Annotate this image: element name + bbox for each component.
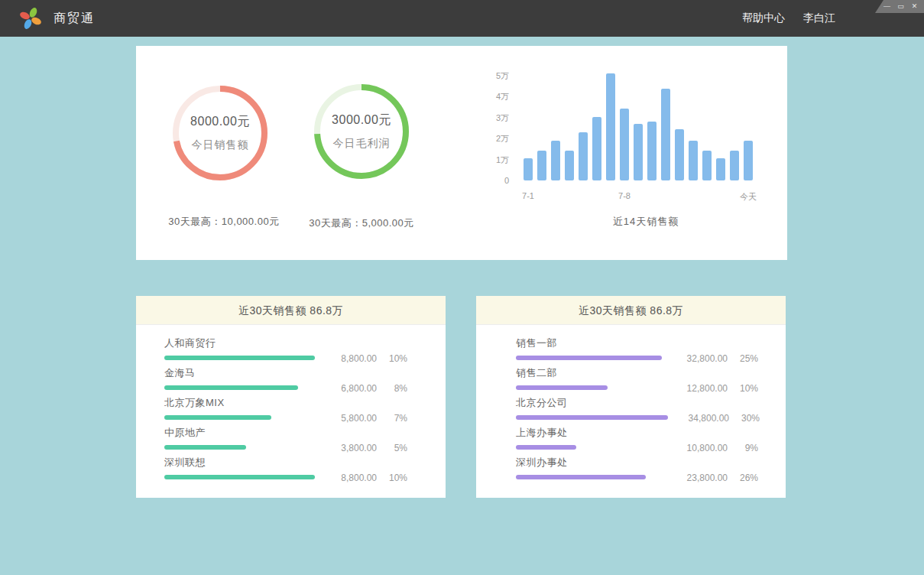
customer-rank-card: 近30天销售额 86.8万 人和商贸行8,800.0010%金海马6,800.0… [136,296,446,498]
chart-bar [592,117,601,180]
rank-row-bar [164,445,246,450]
rank-row-percent: 9% [728,443,758,453]
rank-row-bar [516,415,668,420]
rank-row: 深圳联想8,800.0010% [164,456,407,486]
rank-row: 北京万象MIX5,800.007% [164,396,407,426]
y-axis-tick: 4万 [472,91,509,102]
rank-row-label: 深圳办事处 [516,456,646,469]
chart-bar [730,151,739,180]
rank-row-value: 34,800.00 [668,413,729,424]
rank-row-percent: 30% [729,413,760,424]
rank-row: 上海办事处10,800.009% [516,426,758,456]
chart-bar [565,151,574,180]
y-axis-tick: 1万 [472,154,509,165]
chart-bar [524,158,533,180]
rank-row-value: 5,800.00 [316,413,377,424]
rank-row: 中原地产3,800.005% [164,426,407,456]
rank-row: 销售二部12,800.0010% [516,366,758,396]
titlebar: 商贸通 帮助中心 李白江 — ▭ ✕ [0,0,924,37]
bar-chart-title: 近14天销售额 [524,215,768,229]
rank-row-label: 上海办事处 [516,426,576,440]
pinwheel-logo-icon [18,6,43,31]
titlebar-right: 帮助中心 李白江 [742,0,835,37]
today-profit-label: 今日毛利润 [333,137,391,151]
rank-row-label: 销售一部 [516,336,662,350]
bar-chart-y-axis: 5万4万3万2万1万0 [472,46,509,199]
help-center-link[interactable]: 帮助中心 [742,11,785,25]
x-axis-label: 7-8 [618,191,631,200]
y-axis-tick: 3万 [472,112,509,123]
rank-row-percent: 26% [728,473,758,483]
rank-row: 销售一部32,800.0025% [516,336,758,366]
rank-row-bar [516,356,662,360]
sales-30day-max: 30天最高：10,000.00元 [144,215,304,229]
chart-bar [606,73,615,180]
chart-bar [634,124,643,180]
rank-row-percent: 25% [728,353,758,364]
maximize-button[interactable]: ▭ [896,3,905,10]
rank-row-bar [516,445,576,450]
rank-row-value: 12,800.00 [666,383,728,394]
chart-bar [675,129,684,180]
rank-row-value: 32,800.00 [666,353,728,364]
customer-rank-title: 近30天销售额 86.8万 [136,296,446,325]
chart-bar [647,122,657,180]
rank-row: 深圳办事处23,800.0026% [516,456,758,486]
chart-bar [689,141,698,180]
rank-row-value: 23,800.00 [666,473,728,483]
rank-row-label: 深圳联想 [164,456,315,469]
rank-row-bar [516,475,646,479]
department-rank-title: 近30天销售额 86.8万 [476,296,786,325]
department-rank-card: 近30天销售额 86.8万 销售一部32,800.0025%销售二部12,800… [476,296,786,498]
rank-row-value: 8,800.00 [316,353,377,364]
overview-card: 8000.00元 今日销售额 30天最高：10,000.00元 3000.00元… [136,46,787,260]
rank-row: 北京分公司34,800.0030% [516,396,758,426]
y-axis-tick: 2万 [472,133,509,144]
app-title: 商贸通 [53,11,95,27]
x-axis-label: 7-1 [522,191,534,200]
chart-bar [661,89,670,180]
rank-row-value: 3,800.00 [316,443,377,453]
rank-row-percent: 7% [377,413,407,424]
today-profit-value: 3000.00元 [332,112,391,128]
rank-row: 人和商贸行8,800.0010% [164,336,407,366]
rank-row-value: 8,800.00 [316,473,377,483]
rank-row-percent: 8% [377,383,407,394]
department-rank-rows: 销售一部32,800.0025%销售二部12,800.0010%北京分公司34,… [476,325,786,486]
rank-row-label: 销售二部 [516,366,608,380]
today-sales-gauge: 8000.00元 今日销售额 [170,83,271,184]
customer-rank-rows: 人和商贸行8,800.0010%金海马6,800.008%北京万象MIX5,80… [136,325,446,486]
username-menu[interactable]: 李白江 [803,11,835,25]
rank-row-value: 10,800.00 [666,443,728,453]
chart-bar [537,151,546,180]
y-axis-tick: 5万 [472,70,509,81]
x-axis-label: 今天 [740,191,757,203]
rank-row-bar [164,415,271,420]
rank-row-percent: 5% [377,443,407,453]
profit-30day-max: 30天最高：5,000.00元 [281,216,442,230]
chart-bar [716,158,725,180]
close-button[interactable]: ✕ [910,3,919,10]
rank-row-label: 金海马 [164,366,298,380]
rank-row-percent: 10% [377,473,407,483]
bar-chart-plot [524,66,753,180]
rank-row-label: 北京万象MIX [164,396,271,410]
y-axis-tick: 0 [472,175,509,186]
window-controls: — ▭ ✕ [875,0,924,13]
chart-bar [579,132,588,180]
rank-row: 金海马6,800.008% [164,366,407,396]
chart-bar [702,151,712,180]
chart-bar [551,141,560,180]
rank-row-bar [164,475,315,479]
rank-row-label: 北京分公司 [516,396,668,410]
today-profit-gauge: 3000.00元 今日毛利润 [311,81,412,182]
rank-row-label: 人和商贸行 [164,336,315,350]
rank-row-bar [164,385,298,390]
rank-row-percent: 10% [728,383,758,394]
today-sales-value: 8000.00元 [190,114,250,130]
today-sales-label: 今日销售额 [192,138,249,152]
rank-row-value: 6,800.00 [316,383,377,394]
bar-chart-x-axis: 7-17-8今天 [524,191,753,202]
minimize-button[interactable]: — [883,3,891,10]
rank-row-percent: 10% [377,353,407,364]
